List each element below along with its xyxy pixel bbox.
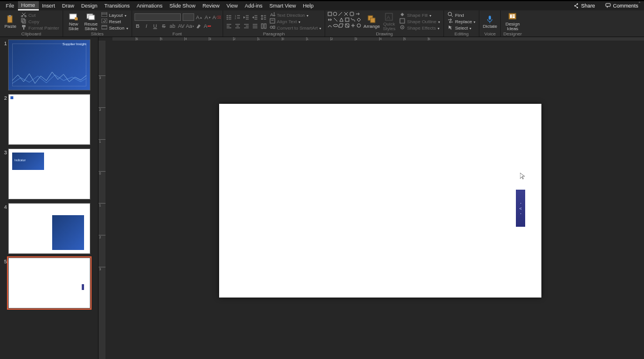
underline-button[interactable]: U bbox=[152, 23, 159, 30]
svg-text:2: 2 bbox=[235, 17, 237, 20]
menu-animations[interactable]: Animations bbox=[133, 2, 166, 10]
thumbnail-5[interactable]: 5 bbox=[2, 258, 96, 309]
reset-icon bbox=[101, 19, 107, 24]
new-slide-button[interactable]: New Slide bbox=[66, 12, 82, 31]
justify-button[interactable] bbox=[252, 23, 259, 30]
thumbnail-3[interactable]: 3 Indicator bbox=[2, 148, 96, 200]
shape-gallery[interactable] bbox=[328, 12, 362, 28]
comments-button[interactable]: Comments bbox=[602, 2, 642, 9]
replace-button[interactable]: Replace▾ bbox=[446, 19, 476, 25]
menu-slideshow[interactable]: Slide Show bbox=[166, 2, 199, 10]
bold-button[interactable]: B bbox=[134, 23, 141, 30]
thumbnail-2[interactable]: 2 bbox=[2, 94, 96, 145]
menu-file[interactable]: File bbox=[2, 2, 18, 10]
format-painter-button[interactable]: Format Painter bbox=[20, 25, 60, 31]
menu-help[interactable]: Help bbox=[300, 2, 318, 10]
bullets-button[interactable] bbox=[225, 14, 232, 21]
font-size-input[interactable] bbox=[183, 13, 194, 21]
font-name-input[interactable] bbox=[134, 13, 181, 21]
design-ideas-label: Design Ideas bbox=[505, 22, 520, 31]
reuse-slides-label: Reuse Slides bbox=[84, 22, 97, 31]
thumbnail-4[interactable]: 4 bbox=[2, 203, 96, 254]
menu-design[interactable]: Design bbox=[78, 2, 101, 10]
menu-smartview[interactable]: Smart View bbox=[266, 2, 300, 10]
copy-button[interactable]: Copy bbox=[20, 19, 60, 25]
paste-label: Paste bbox=[5, 24, 16, 29]
quick-styles-label: Quick Styles bbox=[383, 22, 395, 31]
layout-button[interactable]: Layout▾ bbox=[100, 12, 129, 19]
align-right-button[interactable] bbox=[243, 23, 250, 30]
menu-home[interactable]: Home bbox=[18, 1, 39, 10]
effects-icon bbox=[399, 24, 405, 31]
shadow-button[interactable]: ab bbox=[169, 23, 176, 30]
shape-glyph: < bbox=[519, 206, 522, 211]
thumbnail-number: 1 bbox=[2, 39, 7, 46]
menu-insert[interactable]: Insert bbox=[39, 2, 59, 10]
italic-button[interactable]: I bbox=[143, 23, 150, 30]
text-direction-button[interactable]: A Text Direction▾ bbox=[268, 12, 323, 19]
shape-effects-button[interactable]: Shape Effects▾ bbox=[398, 25, 441, 31]
shrink-font-button[interactable]: A▼ bbox=[205, 14, 212, 21]
svg-point-22 bbox=[227, 17, 228, 18]
reuse-slides-button[interactable]: Reuse Slides bbox=[83, 12, 99, 31]
dictate-button[interactable]: Dictate bbox=[482, 12, 498, 31]
share-button[interactable]: Share bbox=[570, 2, 598, 9]
arrange-button[interactable]: Arrange bbox=[363, 12, 380, 31]
section-button[interactable]: Section▾ bbox=[100, 25, 129, 31]
svg-point-2 bbox=[577, 7, 578, 8]
menu-review[interactable]: Review bbox=[199, 2, 223, 10]
menu-view[interactable]: View bbox=[223, 2, 241, 10]
convert-smartart-button[interactable]: Convert to SmartArt▾ bbox=[268, 25, 323, 31]
canvas-area[interactable]: 6 5 4 3 2 1 0 1 2 3 4 5 6 < bbox=[105, 37, 644, 359]
shape-effects-label: Shape Effects bbox=[407, 26, 436, 31]
spacing-button[interactable]: AV bbox=[178, 23, 185, 30]
strike-button[interactable]: S bbox=[161, 23, 168, 30]
svg-rect-17 bbox=[101, 19, 107, 23]
reset-button[interactable]: Reset bbox=[100, 19, 129, 25]
svg-rect-61 bbox=[350, 12, 354, 16]
design-ideas-button[interactable]: Design Ideas bbox=[504, 12, 521, 31]
slide-canvas[interactable]: < bbox=[219, 104, 541, 298]
clear-format-button[interactable]: A⌫ bbox=[213, 14, 220, 21]
collapse-ribbon-button[interactable]: ˄ bbox=[638, 1, 644, 7]
highlight-button[interactable] bbox=[195, 23, 202, 30]
select-button[interactable]: Select▾ bbox=[446, 25, 476, 31]
align-left-button[interactable] bbox=[225, 23, 232, 30]
share-label: Share bbox=[581, 3, 595, 9]
font-color-button[interactable]: A bbox=[204, 23, 211, 30]
copy-label: Copy bbox=[28, 19, 39, 24]
svg-rect-77 bbox=[489, 16, 491, 20]
quick-styles-button[interactable]: A Quick Styles bbox=[381, 12, 397, 31]
svg-rect-58 bbox=[328, 12, 332, 16]
cut-button[interactable]: Cut bbox=[20, 12, 60, 19]
find-button[interactable]: Find bbox=[446, 12, 476, 19]
align-center-button[interactable] bbox=[234, 23, 241, 30]
paste-button[interactable]: Paste bbox=[2, 12, 19, 31]
align-text-button[interactable]: Align Text▾ bbox=[268, 19, 323, 25]
shape-fill-button[interactable]: Shape Fill▾ bbox=[398, 12, 441, 19]
columns-button[interactable] bbox=[260, 23, 267, 30]
menu-bar: File Home Insert Draw Design Transitions… bbox=[0, 1, 644, 10]
line-spacing-button[interactable] bbox=[260, 14, 267, 21]
thumbnail-1[interactable]: 1 Supplier Insight bbox=[2, 39, 96, 90]
dec-indent-button[interactable] bbox=[243, 14, 250, 21]
format-painter-label: Format Painter bbox=[28, 26, 59, 31]
thumbnail-pane[interactable]: 1 Supplier Insight 2 3 Indicator 4 5 bbox=[0, 37, 99, 359]
inc-indent-button[interactable] bbox=[252, 14, 259, 21]
quick-styles-icon: A bbox=[384, 12, 394, 21]
brush-icon bbox=[21, 24, 27, 31]
shape-outline-label: Shape Outline bbox=[407, 19, 436, 24]
shape-outline-button[interactable]: Shape Outline▾ bbox=[398, 19, 441, 25]
group-voice: Dictate Voice bbox=[479, 10, 501, 37]
menu-addins[interactable]: Add-ins bbox=[241, 2, 266, 10]
numbering-button[interactable]: 12 bbox=[234, 14, 241, 21]
menu-transitions[interactable]: Transitions bbox=[101, 2, 133, 10]
convert-smartart-label: Convert to SmartArt bbox=[277, 26, 318, 31]
grow-font-button[interactable]: A▲ bbox=[196, 14, 203, 21]
slide-shape-blue-bar[interactable]: < bbox=[516, 190, 525, 227]
case-button[interactable]: Aa▾ bbox=[187, 23, 194, 30]
menu-draw[interactable]: Draw bbox=[59, 2, 78, 10]
cut-label: Cut bbox=[28, 13, 35, 18]
svg-rect-81 bbox=[512, 16, 515, 18]
reuse-slides-icon bbox=[86, 12, 96, 21]
